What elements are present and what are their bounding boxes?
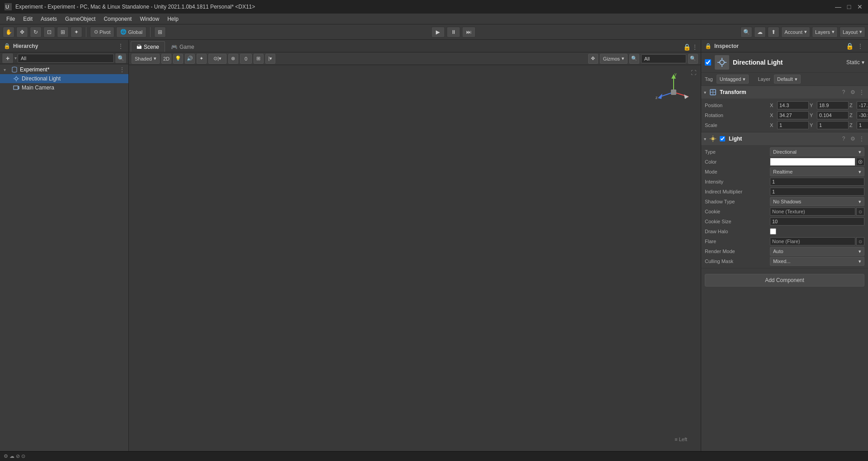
grid-snap-btn[interactable]: |▾ (265, 54, 275, 64)
scene-search-input[interactable] (641, 54, 686, 63)
pivot-button[interactable]: ⊙ Pivot (90, 27, 114, 38)
tag-dropdown[interactable]: Untagged ▾ (717, 75, 749, 84)
hierarchy-menu-btn[interactable]: ⋮ (117, 42, 125, 50)
light-menu-btn[interactable]: ⋮ (858, 135, 865, 142)
tool-rect[interactable]: ⊞ (57, 27, 69, 38)
light-header[interactable]: ▾ Light ? ⚙ ⋮ (701, 132, 868, 145)
play-button[interactable]: ▶ (431, 27, 445, 38)
transform-menu-btn[interactable]: ⋮ (858, 89, 865, 96)
hierarchy-item-directional-light[interactable]: Directional Light (0, 74, 128, 83)
layout-arrow: ▾ (859, 29, 862, 35)
stats-btn[interactable]: 0 (240, 54, 252, 64)
tool-move[interactable]: ✥ (16, 27, 28, 38)
intensity-input[interactable] (770, 178, 864, 186)
scene-search-icon: 🔍 (629, 54, 639, 64)
hierarchy-item-experiment[interactable]: ▾ Experiment* ⋮ (0, 65, 128, 74)
search-button[interactable]: 🔍 (741, 27, 752, 38)
object-enabled-checkbox[interactable] (705, 59, 711, 66)
flare-field: None (Flare) (770, 237, 855, 245)
shading-dropdown[interactable]: Shaded ▾ (132, 54, 160, 64)
tab-game[interactable]: 🎮 Game (165, 41, 200, 52)
layer-dropdown[interactable]: Default ▾ (774, 75, 801, 84)
layout-dropdown[interactable]: Layout ▾ (840, 27, 865, 38)
light-settings-btn[interactable]: ⚙ (849, 135, 856, 142)
hierarchy-search-btn[interactable]: 🔍 (115, 53, 127, 64)
rotation-x-input[interactable] (777, 111, 809, 119)
gizmo-pick-btn[interactable]: ✥ (588, 54, 598, 64)
menu-file[interactable]: File (3, 15, 19, 23)
add-component-button[interactable]: Add Component (705, 274, 864, 287)
grid-button[interactable]: ⊞ (154, 27, 166, 38)
hierarchy-search[interactable] (18, 54, 114, 63)
tool-rotate[interactable]: ↻ (30, 27, 42, 38)
scale-row: Scale X Y Z (701, 120, 868, 130)
lighting-btn[interactable]: 💡 (173, 54, 183, 64)
transform-header[interactable]: ▾ Transform ? ⚙ ⋮ (701, 86, 868, 99)
layers-dropdown[interactable]: Layers ▾ (812, 27, 838, 38)
tool-transform[interactable]: ✦ (71, 27, 82, 38)
close-button[interactable]: ✕ (856, 3, 863, 10)
2d-btn[interactable]: 2D (161, 54, 171, 64)
layers-label: Layers (815, 29, 830, 35)
step-button[interactable]: ⏭ (462, 27, 476, 38)
item-menu-btn-experiment[interactable]: ⋮ (119, 66, 125, 73)
transform-help-btn[interactable]: ? (840, 89, 847, 96)
tool-hand[interactable]: ✋ (3, 27, 14, 38)
cookie-pick-btn[interactable]: ⊙ (856, 207, 864, 216)
inspector-lock-btn[interactable]: 🔒 (845, 42, 854, 50)
fx-btn[interactable]: ✦ (197, 54, 207, 64)
light-enabled-checkbox[interactable] (720, 136, 725, 141)
hierarchy-item-main-camera[interactable]: Main Camera (0, 83, 128, 92)
render-mode-dropdown[interactable]: Auto ▾ (770, 247, 864, 256)
scale-x-input[interactable] (777, 121, 809, 129)
add-object-btn[interactable]: + (2, 53, 14, 64)
mode-dropdown[interactable]: Realtime ▾ (770, 167, 864, 176)
scene-search-btn2[interactable]: 🔍 (688, 54, 698, 64)
minimize-button[interactable]: — (835, 3, 842, 10)
audio-btn[interactable]: 🔊 (185, 54, 195, 64)
tab-scene[interactable]: 🏔 Scene (131, 41, 165, 52)
indirect-multiplier-input[interactable] (770, 188, 864, 196)
menu-window[interactable]: Window (136, 15, 163, 23)
cookie-size-input[interactable] (770, 217, 864, 226)
position-z-input[interactable] (857, 101, 868, 109)
grid-vis-btn[interactable]: ⊞ (254, 54, 264, 64)
menu-edit[interactable]: Edit (19, 15, 36, 23)
scene-cam-btn[interactable]: ⊙|▾ (208, 54, 226, 64)
scale-y-input[interactable] (817, 121, 849, 129)
rotation-z-input[interactable] (857, 111, 868, 119)
type-dropdown[interactable]: Directional ▾ (770, 147, 864, 156)
rotation-y-input[interactable] (817, 111, 849, 119)
position-y-input[interactable] (817, 101, 849, 109)
account-label: Account (784, 29, 802, 35)
menu-gameobject[interactable]: GameObject (61, 15, 99, 23)
scene-panel-menu[interactable]: ⋮ (691, 43, 699, 51)
draw-halo-checkbox[interactable] (770, 228, 776, 235)
culling-mask-dropdown[interactable]: Mixed... ▾ (770, 257, 864, 266)
color-pick-btn[interactable] (856, 158, 864, 166)
pos-z-label: Z (849, 103, 856, 108)
transform-settings-btn[interactable]: ⚙ (849, 89, 856, 96)
position-x-input[interactable] (777, 101, 809, 109)
menu-help[interactable]: Help (164, 15, 182, 23)
color-swatch[interactable] (770, 158, 855, 166)
shadow-type-dropdown[interactable]: No Shadows ▾ (770, 197, 864, 206)
account-dropdown[interactable]: Account ▾ (781, 27, 810, 38)
tool-scale[interactable]: ⊡ (43, 27, 55, 38)
global-button[interactable]: 🌐 Global (116, 27, 146, 38)
menu-assets[interactable]: Assets (37, 15, 61, 23)
occlusion-btn[interactable]: ⊗ (228, 54, 238, 64)
scale-z-input[interactable] (857, 121, 868, 129)
flare-pick-btn[interactable]: ⊙ (856, 237, 864, 245)
collab-button[interactable]: ☁ (754, 27, 766, 38)
scene-expand-btn[interactable]: ⛶ (691, 70, 696, 76)
light-help-btn[interactable]: ? (840, 135, 847, 142)
pause-button[interactable]: ⏸ (447, 27, 460, 38)
menu-component[interactable]: Component (100, 15, 135, 23)
gizmos-dropdown[interactable]: Gizmos ▾ (600, 54, 627, 64)
maximize-button[interactable]: □ (845, 3, 853, 10)
render-mode-arrow: ▾ (859, 249, 861, 254)
gizmos-label: Gizmos (603, 56, 620, 61)
cloud-button[interactable]: ⬆ (768, 27, 779, 38)
inspector-menu-btn[interactable]: ⋮ (856, 42, 864, 50)
